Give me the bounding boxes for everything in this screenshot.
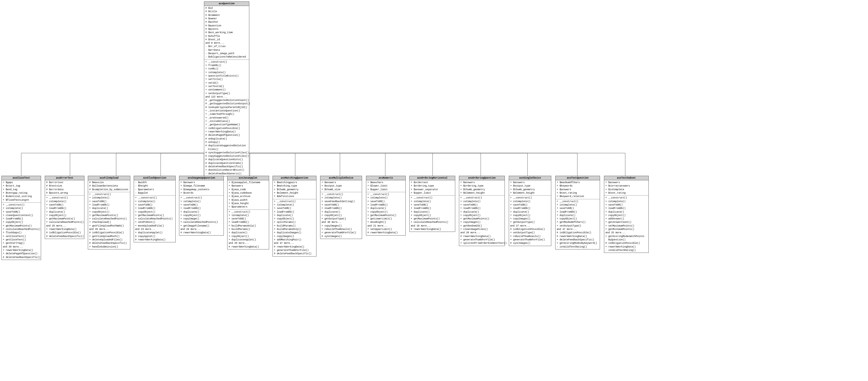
class-fields-assMultipleChoice: + $answers + $output_type + $thumb_size bbox=[320, 180, 362, 192]
class-methods-assOrderingHorizontal: + __construct() + isComplete() + saveToD… bbox=[410, 196, 455, 232]
class-fields-assNumeric: + $maxchars + $lower_limit + $upper_limi… bbox=[366, 180, 405, 192]
class-assOrderingHorizontal: assOrderingHorizontal + $ordertext + $or… bbox=[409, 176, 455, 232]
class-fields-assClozeTest: + $gaps + $start_tag + $end_tag + $textg… bbox=[2, 180, 41, 203]
class-assTextSubset: assTextSubset + $answers + $correctanswe… bbox=[604, 176, 649, 253]
class-header-assMultipleChoice: assMultipleChoice bbox=[320, 176, 362, 180]
class-methods-assSingleChoice: + __construct() + isComplete() + saveToD… bbox=[509, 196, 551, 245]
class-assOrderingQuestion: assOrderingQuestion + $answers + $orderi… bbox=[459, 176, 505, 246]
class-header-assErrorText: assErrorText bbox=[45, 176, 84, 180]
class-methods-assMultipleChoice: + __construct() + isComplete() + saveFee… bbox=[320, 192, 362, 239]
class-assErrorText: assErrorText # $errortext # $textsize # … bbox=[45, 176, 85, 239]
class-fields-assImagemapQuestion: + $answers + $image_filename + $imagemap… bbox=[179, 180, 223, 196]
class-methods-assMatchingQuestion: + __construct() + isComplete() + saveToD… bbox=[273, 199, 316, 256]
class-fields-assTextSubset: + $answers + $correctanswers + $isComple… bbox=[604, 180, 648, 196]
class-assFileUpload: assFileUpload # $maxsize # $allowedexten… bbox=[88, 176, 130, 250]
class-header-assFlashQuestion: assFlashQuestion bbox=[134, 176, 175, 180]
class-fields-assFlashQuestion: - $width - $height - $parameters - $appl… bbox=[134, 180, 175, 196]
class-fields-assMatchingQuestion: + $matchingpairs + $matching_type + $thu… bbox=[273, 180, 316, 199]
class-methods-assJavaApplet: + __construct() + isComplete() + saveToD… bbox=[227, 210, 269, 249]
class-methods-assFlashQuestion: + __construct() + isComplete() + saveToD… bbox=[134, 196, 175, 242]
class-methods-assTextSubset: + __construct() + isComplete() + saveToD… bbox=[604, 196, 648, 253]
class-header-assFileUpload: assFileUpload bbox=[88, 176, 130, 180]
class-methods-assOrderingQuestion: + __construct() + isComplete() + saveToD… bbox=[459, 196, 504, 245]
class-header-assMatchingQuestion: assMatchingQuestion bbox=[273, 176, 316, 180]
class-assFlashQuestion: assFlashQuestion - $width - $height - $p… bbox=[134, 176, 176, 242]
class-header-assTextSubset: assTextSubset bbox=[604, 176, 648, 180]
class-header-assQuestion: assQuestion bbox=[204, 2, 249, 6]
class-assSingleChoice: assSingleChoice + $answers + $output_typ… bbox=[509, 176, 551, 246]
class-methods-assErrorText: + __construct() + isComplete() + saveToD… bbox=[45, 196, 84, 239]
class-fields-assFileUpload: # $maxsize # $allowedextensions # $compl… bbox=[88, 180, 130, 192]
class-assMatchingQuestion: assMatchingQuestion + $matchingpairs + $… bbox=[273, 176, 316, 257]
class-fields-assOrderingQuestion: + $answers + $ordering_type + $thumb_geo… bbox=[459, 180, 504, 196]
class-assJavaApplet: assJavaApplet + $javaapplet_filename + $… bbox=[227, 176, 269, 250]
class-fields-assErrorText: # $errortext # $textsize # $errordata # … bbox=[45, 180, 84, 196]
class-header-assImagemapQuestion: assImagemapQuestion bbox=[179, 176, 223, 180]
class-assImagemapQuestion: assImagemapQuestion + $answers + $image_… bbox=[179, 176, 224, 236]
class-methods-assQuestion: + __construct() + fromXML() + toXML() + … bbox=[204, 60, 249, 176]
class-fields-assJavaApplet: + $javaapplet_filename + $answers + $jav… bbox=[227, 180, 269, 210]
class-header-assTextQuestion: assTextQuestion bbox=[556, 176, 600, 180]
class-assClozeTest: assClozeTest + $gaps + $start_tag + $end… bbox=[1, 176, 41, 260]
class-fields-assTextQuestion: + $maxNumOfChars + $keywords + $answers … bbox=[556, 180, 600, 199]
class-header-assOrderingQuestion: assOrderingQuestion bbox=[459, 176, 504, 180]
class-methods-assClozeTest: + __construct() + isComplete() + saveToD… bbox=[2, 203, 41, 260]
class-assQuestion: assQuestion # $id # $title # $comment # … bbox=[204, 1, 249, 176]
class-header-assClozeTest: assClozeTest bbox=[2, 176, 41, 180]
class-header-assSingleChoice: assSingleChoice bbox=[509, 176, 551, 180]
class-header-assNumeric: assNumeric bbox=[366, 176, 405, 180]
class-header-assOrderingHorizontal: assOrderingHorizontal bbox=[410, 176, 455, 180]
class-fields-assQuestion: # $id # $title # $comment # $owner # $au… bbox=[204, 6, 249, 60]
class-assTextQuestion: assTextQuestion + $maxNumOfChars + $keyw… bbox=[555, 176, 600, 250]
diagram-container: assQuestion # $id # $title # $comment # … bbox=[0, 0, 868, 381]
class-methods-assNumeric: + __construct() + isComplete() + saveToD… bbox=[366, 192, 405, 235]
class-assMultipleChoice: assMultipleChoice + $answers + $output_t… bbox=[320, 176, 362, 239]
class-assNumeric: assNumeric + $maxchars + $lower_limit + … bbox=[366, 176, 406, 236]
class-fields-assOrderingHorizontal: + $ordertext + $ordering_type + $answer_… bbox=[410, 180, 455, 196]
class-methods-assTextQuestion: + __construct() + isComplete() + saveToD… bbox=[556, 199, 600, 249]
class-methods-assFileUpload: + __construct() + isComplete() + saveToD… bbox=[88, 192, 130, 249]
class-header-assJavaApplet: assJavaApplet bbox=[227, 176, 269, 180]
class-methods-assImagemapQuestion: + __construct() + isComplete() + saveToD… bbox=[179, 196, 223, 235]
class-fields-assSingleChoice: + $answers + $output_type + $thumb_geome… bbox=[509, 180, 551, 196]
